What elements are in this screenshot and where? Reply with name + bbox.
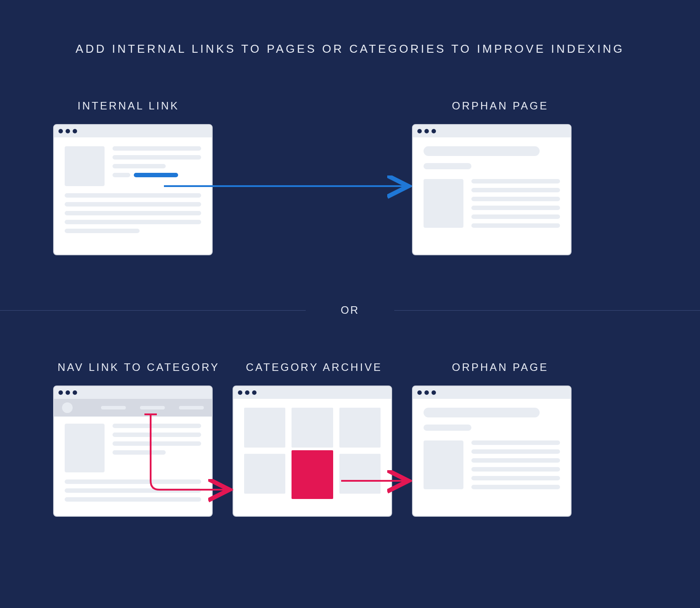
window-dot-icon bbox=[424, 390, 429, 395]
text-line bbox=[65, 202, 201, 207]
window-chrome bbox=[54, 386, 212, 399]
or-separator: OR bbox=[0, 304, 700, 316]
window-chrome bbox=[413, 125, 571, 137]
window-dot-icon bbox=[66, 129, 70, 133]
window-dot-icon bbox=[58, 129, 63, 133]
window-nav-link bbox=[53, 386, 213, 517]
window-dot-icon bbox=[58, 390, 63, 395]
diagram-title: ADD INTERNAL LINKS TO PAGES OR CATEGORIE… bbox=[0, 42, 700, 56]
text-line bbox=[471, 440, 560, 445]
window-category-archive bbox=[233, 386, 392, 517]
title-placeholder bbox=[424, 408, 540, 417]
text-line bbox=[65, 193, 201, 198]
title-placeholder bbox=[424, 146, 540, 156]
text-line bbox=[113, 173, 130, 177]
window-chrome bbox=[233, 386, 391, 399]
thumbnail-placeholder bbox=[424, 440, 463, 489]
label-internal-link: INTERNAL LINK bbox=[78, 100, 179, 112]
text-line bbox=[471, 449, 560, 454]
thumbnail-placeholder bbox=[65, 146, 105, 186]
text-line bbox=[113, 424, 201, 428]
nav-item bbox=[140, 406, 165, 409]
window-dot-icon bbox=[417, 390, 422, 395]
grid-tile bbox=[244, 454, 285, 494]
window-dot-icon bbox=[424, 129, 429, 133]
text-line bbox=[471, 197, 560, 201]
window-dot-icon bbox=[417, 129, 422, 133]
text-line bbox=[471, 188, 560, 192]
grid-tile bbox=[339, 408, 381, 448]
text-line bbox=[113, 146, 201, 151]
grid-tile-highlighted bbox=[292, 450, 333, 499]
text-line bbox=[113, 441, 201, 446]
text-line bbox=[471, 214, 560, 219]
grid-tile bbox=[292, 408, 333, 448]
text-line bbox=[113, 155, 201, 160]
nav-item bbox=[179, 406, 204, 409]
window-dot-icon bbox=[73, 390, 77, 395]
thumbnail-placeholder bbox=[65, 424, 105, 472]
window-dot-icon bbox=[432, 390, 436, 395]
text-line bbox=[471, 458, 560, 463]
text-line bbox=[65, 497, 201, 502]
window-dot-icon bbox=[245, 390, 249, 395]
window-dot-icon bbox=[252, 390, 257, 395]
window-internal-link-source bbox=[53, 124, 213, 255]
text-line bbox=[65, 479, 201, 484]
text-line bbox=[65, 488, 201, 493]
window-chrome bbox=[54, 125, 212, 137]
nav-item bbox=[101, 406, 126, 409]
text-line bbox=[113, 164, 166, 168]
text-line bbox=[471, 223, 560, 228]
text-line bbox=[471, 179, 560, 183]
text-line bbox=[471, 476, 560, 480]
label-orphan-page-top: ORPHAN PAGE bbox=[452, 100, 548, 112]
thumbnail-placeholder bbox=[424, 179, 463, 228]
nav-bar bbox=[54, 399, 212, 417]
text-line bbox=[65, 229, 140, 233]
logo-placeholder bbox=[62, 402, 73, 413]
label-orphan-page-bottom: ORPHAN PAGE bbox=[452, 361, 548, 374]
subtitle-placeholder bbox=[424, 163, 471, 169]
label-nav-link: NAV LINK TO CATEGORY bbox=[58, 361, 220, 374]
grid-tile bbox=[339, 454, 381, 494]
subtitle-placeholder bbox=[424, 425, 471, 431]
window-dot-icon bbox=[238, 390, 242, 395]
label-category-archive: CATEGORY ARCHIVE bbox=[246, 361, 382, 374]
text-line bbox=[65, 211, 201, 215]
window-dot-icon bbox=[66, 390, 70, 395]
text-line bbox=[471, 206, 560, 210]
text-line bbox=[113, 450, 166, 455]
window-orphan-page-top bbox=[412, 124, 572, 255]
window-dot-icon bbox=[432, 129, 436, 133]
text-line bbox=[113, 433, 201, 437]
internal-link-highlight bbox=[134, 173, 178, 177]
text-line bbox=[471, 485, 560, 489]
grid-tile bbox=[244, 408, 285, 448]
window-dot-icon bbox=[73, 129, 77, 133]
window-chrome bbox=[413, 386, 571, 399]
text-line bbox=[65, 220, 201, 224]
window-orphan-page-bottom bbox=[412, 386, 572, 517]
text-line bbox=[471, 467, 560, 472]
